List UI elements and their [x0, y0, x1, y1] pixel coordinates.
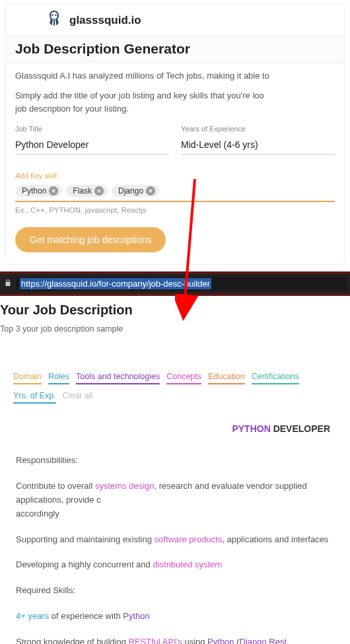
skill-chip-label: Flask: [73, 186, 92, 196]
brand-name: glasssquid.io: [69, 14, 141, 27]
jd-line: 4+ years of experience with Python: [16, 610, 334, 624]
filter-education[interactable]: Education: [208, 372, 245, 384]
results-header: Your Job Description Top 3 your job desc…: [0, 296, 350, 334]
browser-urlbar: https://glasssquid.io/for-company/job-de…: [0, 271, 350, 296]
skill-chip[interactable]: Django: [112, 185, 159, 197]
remove-chip-icon[interactable]: [49, 186, 58, 196]
svg-point-1: [55, 15, 57, 17]
experience-label: Years of Experience: [181, 125, 335, 133]
brand-row: glasssquid.io: [6, 5, 344, 35]
req-heading: Required Skills:: [16, 584, 334, 598]
skill-hint: Ex., C++, PYTHON, javascript, Reactjs: [15, 206, 335, 214]
skill-chip[interactable]: Flask: [66, 185, 108, 197]
experience-field: Years of Experience: [181, 125, 335, 155]
jd-line: Strong knowledge of building RESTful API…: [16, 635, 334, 644]
job-title-label: Job Title: [15, 125, 169, 133]
form-row: Job Title Years of Experience: [6, 116, 344, 155]
filter-row: Domain Roles Tools and technologies Conc…: [0, 334, 350, 404]
svg-rect-2: [6, 282, 11, 286]
job-title-input[interactable]: [15, 135, 169, 155]
remove-chip-icon[interactable]: [94, 186, 104, 196]
url-text: https://glasssquid.io/for-company/job-de…: [20, 278, 211, 289]
filter-tools[interactable]: Tools and technologies: [76, 372, 160, 384]
generator-heading: Job Description Generator: [15, 41, 335, 57]
skill-label: Add Key skill: [15, 172, 335, 180]
filter-domain[interactable]: Domain: [13, 372, 42, 384]
jd-line: Developing a highly concurrent and distr…: [16, 558, 334, 572]
filter-roles[interactable]: Roles: [48, 372, 69, 384]
job-title-field: Job Title: [15, 125, 169, 155]
jd-title: PYTHON DEVELOPER: [0, 404, 350, 434]
results-sub: Top 3 your job description sample: [0, 324, 350, 334]
skill-chip-label: Django: [118, 186, 143, 196]
resp-heading: Responsibilities:: [16, 454, 334, 468]
skill-chip-label: Python: [22, 186, 46, 196]
experience-input[interactable]: [181, 135, 335, 155]
filter-yrs-exp[interactable]: Yrs. of Exp.: [13, 391, 56, 404]
filter-clear-all[interactable]: Clear all: [63, 391, 93, 404]
card-header: Job Description Generator: [6, 35, 344, 63]
results-heading: Your Job Description: [0, 303, 350, 318]
svg-point-0: [52, 15, 53, 17]
jd-body: Responsibilities: Contribute to overall …: [0, 434, 350, 644]
squid-logo-icon: [46, 10, 63, 31]
generator-desc-2: Simply add the title of your job listing…: [6, 83, 344, 116]
generator-desc-1: Glasssquid A.I has analyzed millions of …: [6, 63, 344, 83]
remove-chip-icon[interactable]: [146, 186, 155, 196]
filter-certifications[interactable]: Certifications: [252, 372, 299, 384]
jd-line: Contribute to overall systems design, re…: [16, 480, 334, 520]
jd-line: Supporting and maintaining existing soft…: [16, 533, 334, 547]
generator-card: glasssquid.io Job Description Generator …: [5, 4, 345, 265]
skill-chips[interactable]: Python Flask Django: [15, 185, 335, 202]
skill-section: Add Key skill Python Flask Django Ex., C…: [6, 155, 344, 214]
lock-icon: [4, 279, 12, 289]
url-input[interactable]: https://glasssquid.io/for-company/job-de…: [16, 277, 346, 291]
filter-concepts[interactable]: Concepts: [166, 372, 201, 384]
get-matching-button[interactable]: Get matching job descriptions: [15, 227, 166, 252]
skill-chip[interactable]: Python: [15, 185, 62, 197]
